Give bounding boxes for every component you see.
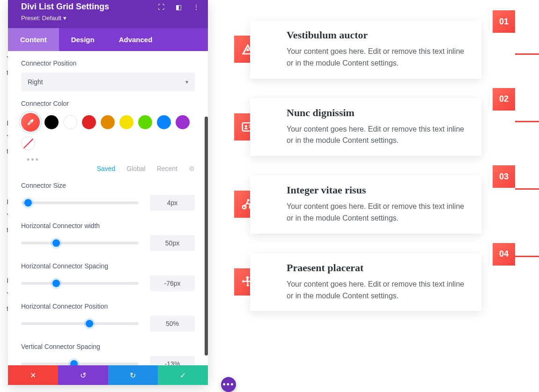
panel-title: Divi List Grid Settings xyxy=(21,2,109,12)
connector-horizontal xyxy=(515,188,539,190)
chevron-down-icon: ▾ xyxy=(185,79,188,85)
swatch-yellow[interactable] xyxy=(119,115,133,129)
expand-icon[interactable]: ⛶ xyxy=(158,3,164,11)
preset-dropdown[interactable]: Preset: Default ▾ xyxy=(21,15,199,22)
value-h-connector-spacing[interactable]: -76px xyxy=(150,275,195,291)
label-v-connector-spacing: Vertical Connector Spacing xyxy=(21,343,195,350)
eyedropper-icon xyxy=(26,118,35,126)
close-button[interactable]: ✕ xyxy=(8,365,58,385)
number-badge: 04 xyxy=(493,243,515,266)
list-card[interactable]: Integer vitae risus Your content goes he… xyxy=(250,176,481,234)
card-body: Your content goes here. Edit or remove t… xyxy=(287,279,472,302)
label-connector-color: Connector Color xyxy=(21,100,195,107)
field-h-connector-width: Horizontal Connector width 50px xyxy=(21,222,195,251)
card-title: Vestibulum auctor xyxy=(287,29,472,41)
slider-thumb[interactable] xyxy=(86,320,93,327)
number-badge: 01 xyxy=(493,10,515,33)
card-title: Integer vitae risus xyxy=(287,184,472,196)
slider-thumb[interactable] xyxy=(70,360,78,365)
panel-body: Connector Position Right ▾ Connector Col… xyxy=(8,51,208,365)
slider-v-connector-spacing[interactable] xyxy=(21,362,139,365)
list-item: 04 Praesent placerat Your content goes h… xyxy=(234,253,515,311)
label-connector-position: Connector Position xyxy=(21,59,195,67)
palette-recent[interactable]: Recent xyxy=(157,165,177,172)
settings-panel: Divi List Grid Settings ⛶ ◧ ⋮ Preset: De… xyxy=(8,0,208,385)
field-connector-position: Connector Position Right ▾ xyxy=(21,59,195,91)
color-picker-button[interactable] xyxy=(21,113,40,132)
label-h-connector-position: Horizontal Connector Position xyxy=(21,303,195,310)
slider-connector-size[interactable] xyxy=(21,201,139,204)
connector-horizontal xyxy=(515,121,539,122)
list-card[interactable]: Nunc dignissim Your content goes here. E… xyxy=(250,98,481,156)
palette-saved[interactable]: Saved xyxy=(96,165,115,172)
swatch-orange[interactable] xyxy=(101,115,115,129)
label-h-connector-width: Horizontal Connector width xyxy=(21,222,195,229)
responsive-icon[interactable]: ◧ xyxy=(176,3,182,11)
list-item: 03 Integer vitae risus Your content goes… xyxy=(234,176,515,234)
slider-h-connector-position[interactable] xyxy=(21,322,139,325)
slider-h-connector-width[interactable] xyxy=(21,242,139,244)
field-v-connector-spacing: Vertical Connector Spacing -13% xyxy=(21,343,195,365)
swatch-purple[interactable] xyxy=(176,115,190,129)
card-body: Your content goes here. Edit or remove t… xyxy=(287,201,472,224)
field-connector-color: Connector Color ••• xyxy=(21,100,195,165)
slider-h-connector-spacing[interactable] xyxy=(21,282,139,285)
swatch-white[interactable] xyxy=(63,115,77,129)
value-h-connector-width[interactable]: 50px xyxy=(150,235,195,251)
save-button[interactable]: ✓ xyxy=(158,365,208,385)
field-connector-size: Connector Size 4px xyxy=(21,182,195,211)
value-connector-size[interactable]: 4px xyxy=(150,195,195,211)
connector-horizontal xyxy=(515,53,539,55)
swatch-black[interactable] xyxy=(44,115,59,129)
tab-advanced[interactable]: Advanced xyxy=(107,28,165,51)
field-h-connector-position: Horizontal Connector Position 50% xyxy=(21,303,195,332)
palette-mode-row: Saved Global Recent ⚙ xyxy=(21,165,195,172)
card-body: Your content goes here. Edit or remove t… xyxy=(287,46,472,69)
preview-area: 01 Vestibulum auctor Your content goes h… xyxy=(234,21,515,331)
fab-button[interactable]: ••• xyxy=(221,377,236,392)
slider-thumb[interactable] xyxy=(24,199,32,207)
panel-tabs: Content Design Advanced xyxy=(8,28,208,51)
number-badge: 02 xyxy=(493,88,515,111)
kebab-menu-icon[interactable]: ⋮ xyxy=(193,3,199,11)
list-card[interactable]: Praesent placerat Your content goes here… xyxy=(250,253,481,311)
palette-global[interactable]: Global xyxy=(126,165,145,172)
card-title: Nunc dignissim xyxy=(287,107,472,119)
swatch-red[interactable] xyxy=(82,115,96,129)
tab-design[interactable]: Design xyxy=(59,28,107,51)
swatch-green[interactable] xyxy=(138,115,152,129)
slider-thumb[interactable] xyxy=(52,280,60,287)
panel-scrollbar[interactable] xyxy=(205,117,208,355)
field-h-connector-spacing: Horizontal Connector Spacing -76px xyxy=(21,262,195,291)
svg-point-6 xyxy=(247,199,250,201)
card-body: Your content goes here. Edit or remove t… xyxy=(287,124,472,147)
swatch-none[interactable] xyxy=(21,136,35,150)
svg-point-1 xyxy=(245,125,247,127)
label-h-connector-spacing: Horizontal Connector Spacing xyxy=(21,262,195,270)
value-h-connector-position[interactable]: 50% xyxy=(150,316,195,332)
select-value: Right xyxy=(28,78,43,86)
select-connector-position[interactable]: Right ▾ xyxy=(21,73,195,91)
connector-horizontal xyxy=(515,256,539,257)
list-item: 01 Vestibulum auctor Your content goes h… xyxy=(234,21,515,79)
value-v-connector-spacing[interactable]: -13% xyxy=(150,356,195,365)
undo-button[interactable]: ↺ xyxy=(58,365,108,385)
swatch-blue[interactable] xyxy=(157,115,171,129)
more-colors-icon[interactable]: ••• xyxy=(21,155,195,165)
label-connector-size: Connector Size xyxy=(21,182,195,189)
tab-content[interactable]: Content xyxy=(8,28,59,51)
list-item: 02 Nunc dignissim Your content goes here… xyxy=(234,98,515,156)
slider-thumb[interactable] xyxy=(52,239,60,247)
panel-header: Divi List Grid Settings ⛶ ◧ ⋮ Preset: De… xyxy=(8,0,208,28)
gear-icon[interactable]: ⚙ xyxy=(189,165,195,172)
redo-button[interactable]: ↻ xyxy=(108,365,158,385)
panel-footer: ✕ ↺ ↻ ✓ xyxy=(8,365,208,385)
card-title: Praesent placerat xyxy=(287,262,472,274)
number-badge: 03 xyxy=(493,165,515,188)
list-card[interactable]: Vestibulum auctor Your content goes here… xyxy=(250,21,481,79)
